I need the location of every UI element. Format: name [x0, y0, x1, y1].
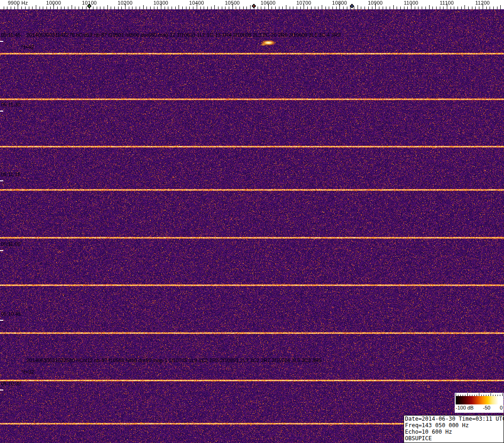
- time-label: 05:10:30: [1, 381, 21, 386]
- time-label: 05:11:00: [1, 241, 20, 247]
- colorbar-label-max: 0: [500, 404, 503, 411]
- colorbar-label-mid: -50: [483, 404, 491, 411]
- freq-tick-label: 11200: [475, 0, 490, 6]
- freq-tick-label: 11100: [440, 0, 454, 6]
- event-annotation: ^t+42: [21, 44, 34, 50]
- freq-tick-label: 10400: [189, 0, 204, 6]
- time-label: 05:10:45: [1, 311, 21, 317]
- freq-tick-label: 10900: [368, 0, 383, 6]
- freq-tick-label: 10700: [296, 0, 311, 6]
- event-annotation: 20140630031032580 hCnt12 nb-87 f10569 hi…: [27, 357, 322, 363]
- freq-tick-label: 10800: [332, 0, 347, 6]
- colorbar: -100 dB -50 0: [455, 393, 504, 413]
- freq-tick-label: 10000: [46, 0, 61, 6]
- time-label: 05:11:45: [1, 32, 20, 38]
- info-line-station: OBSUPICE: [405, 435, 503, 442]
- spectrogram: 05:11:4505:11:3005:11:1505:11:0005:10:45…: [0, 9, 504, 443]
- colorbar-gradient: [456, 396, 503, 404]
- time-label: 05:11:30: [1, 102, 20, 107]
- info-box: Date=2014-06-30 Time=03:11 UTC Freq=143 …: [404, 415, 504, 443]
- info-line-echo: Echo=10 600 Hz: [405, 429, 503, 435]
- spectrogram-canvas: [0, 9, 504, 443]
- event-annotation: ^t+32: [21, 369, 34, 375]
- freq-tick-label: 10300: [153, 0, 168, 6]
- freq-tick-label: 11000: [404, 0, 418, 6]
- colorbar-labels: -100 dB -50 0: [456, 404, 503, 411]
- freq-tick-label: 10600: [261, 0, 276, 6]
- time-label: 05:11:15: [1, 172, 20, 177]
- event-annotation: 20140630031142276 hCnt13 nb-87 f10601 hi…: [27, 32, 341, 38]
- freq-tick-label: 10200: [118, 0, 133, 6]
- frequency-axis-ticks: [0, 0, 504, 9]
- frequency-axis: 9900 Hz100001010010200103001040010500106…: [0, 0, 504, 9]
- freq-tick-label: 9900 Hz: [8, 0, 28, 6]
- freq-tick-label: 10500: [225, 0, 240, 6]
- colorbar-label-min: -100 dB: [456, 404, 474, 411]
- info-line-freq: Freq=143 050 000 Hz: [405, 422, 503, 429]
- spectrogram-app: 9900 Hz100001010010200103001040010500106…: [0, 0, 504, 443]
- info-line-date: Date=2014-06-30 Time=03:11 UTC: [405, 416, 503, 422]
